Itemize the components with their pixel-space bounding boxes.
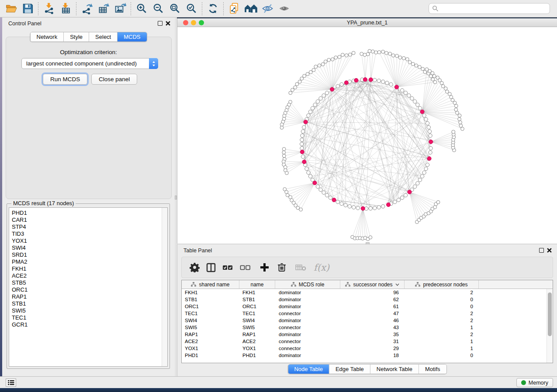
select-all-icon[interactable] <box>222 261 233 274</box>
network-node[interactable] <box>445 90 449 93</box>
mcds-dominator-node[interactable] <box>420 110 424 113</box>
network-node[interactable] <box>461 127 464 131</box>
network-node[interactable] <box>344 203 347 207</box>
network-node[interactable] <box>418 65 422 69</box>
network-node[interactable] <box>400 89 404 92</box>
network-node[interactable] <box>336 200 339 203</box>
network-node[interactable] <box>429 146 432 150</box>
mcds-result-item[interactable]: SWI4 <box>12 244 167 251</box>
mcds-result-item[interactable]: PHD1 <box>12 210 167 217</box>
network-node[interactable] <box>280 126 284 129</box>
table-row[interactable]: SWI4SWI4dominator462 <box>182 317 553 324</box>
delete-row-icon[interactable] <box>277 261 286 274</box>
mcds-result-item[interactable]: YOX1 <box>12 237 167 244</box>
network-node[interactable] <box>314 65 318 69</box>
scrollbar-thumb[interactable] <box>548 292 552 336</box>
network-node[interactable] <box>308 175 312 178</box>
zoom-in-icon[interactable] <box>133 1 150 16</box>
network-node[interactable] <box>400 196 404 199</box>
network-node[interactable] <box>300 142 303 146</box>
network-node[interactable] <box>418 107 422 110</box>
network-node[interactable] <box>433 80 437 84</box>
network-node[interactable] <box>454 108 458 111</box>
mcds-result-item[interactable]: TID3 <box>12 230 167 237</box>
network-node[interactable] <box>404 193 407 197</box>
close-panel-button[interactable]: Close panel <box>91 74 137 85</box>
network-node[interactable] <box>369 236 372 239</box>
column-header-MCDS-role[interactable]: MCDS role <box>275 280 340 289</box>
network-node[interactable] <box>421 67 425 71</box>
network-node[interactable] <box>385 52 388 55</box>
network-node[interactable] <box>441 85 445 88</box>
network-node[interactable] <box>397 198 400 202</box>
export-network-icon[interactable] <box>79 1 95 16</box>
network-graph[interactable] <box>177 27 557 244</box>
network-node[interactable] <box>391 54 395 57</box>
network-node[interactable] <box>426 121 429 125</box>
first-neighbors-icon[interactable] <box>242 1 259 16</box>
network-node[interactable] <box>459 124 463 127</box>
network-node[interactable] <box>429 134 432 137</box>
network-node[interactable] <box>405 58 409 61</box>
network-node[interactable] <box>398 56 402 59</box>
network-node[interactable] <box>366 52 370 56</box>
mcds-result-item[interactable]: TEC1 <box>12 314 167 321</box>
zoom-fit-icon[interactable] <box>166 1 183 16</box>
network-node[interactable] <box>282 148 286 151</box>
network-node[interactable] <box>283 114 286 117</box>
import-network-icon[interactable] <box>41 1 57 16</box>
network-node[interactable] <box>389 83 393 86</box>
zoom-selected-icon[interactable] <box>183 1 200 16</box>
network-node[interactable] <box>360 52 363 56</box>
duplicate-network-icon[interactable] <box>226 1 242 16</box>
mcds-dominator-node[interactable] <box>330 87 334 91</box>
network-node[interactable] <box>377 79 381 83</box>
network-node[interactable] <box>420 175 424 178</box>
table-tab-edge-table[interactable]: Edge Table <box>329 364 370 374</box>
network-node[interactable] <box>381 80 385 83</box>
network-node[interactable] <box>301 155 304 158</box>
column-header-shared-name[interactable]: shared name <box>182 280 239 289</box>
mcds-dominator-node[interactable] <box>302 160 306 164</box>
export-image-icon[interactable] <box>112 1 128 16</box>
list-scrollbar[interactable] <box>162 208 167 366</box>
network-node[interactable] <box>302 126 306 129</box>
tab-mcds[interactable]: MCDS <box>118 32 146 41</box>
show-panels-icon[interactable] <box>6 378 16 387</box>
mcds-dominator-node[interactable] <box>332 198 336 202</box>
memory-button[interactable]: Memory <box>516 378 553 387</box>
network-node[interactable] <box>325 193 329 197</box>
tab-network[interactable]: Network <box>30 32 64 41</box>
zoom-out-icon[interactable] <box>150 1 166 16</box>
refresh-icon[interactable] <box>204 1 221 16</box>
network-node[interactable] <box>455 111 459 114</box>
network-node[interactable] <box>416 182 419 185</box>
network-node[interactable] <box>388 52 392 55</box>
network-node[interactable] <box>322 191 325 194</box>
delete-table-icon[interactable] <box>295 261 306 274</box>
network-node[interactable] <box>300 138 304 141</box>
mcds-result-list[interactable]: PHD1CAR1STP4TID3YOX1SWI4SRD1PMA2FKH1ACE2… <box>9 207 168 367</box>
network-node[interactable] <box>371 50 374 53</box>
table-scrollbar[interactable] <box>547 289 553 363</box>
mcds-result-item[interactable]: ACE2 <box>12 272 167 279</box>
network-node[interactable] <box>373 78 377 82</box>
network-node[interactable] <box>427 126 430 129</box>
search-input[interactable] <box>439 4 550 13</box>
mcds-dominator-node[interactable] <box>344 81 348 85</box>
optimization-criterion-select[interactable]: largest connected component (undirected) <box>21 58 158 69</box>
network-node[interactable] <box>408 61 412 64</box>
network-node[interactable] <box>436 76 439 79</box>
mcds-dominator-node[interactable] <box>304 120 308 124</box>
network-node[interactable] <box>352 206 355 209</box>
network-node[interactable] <box>385 81 389 85</box>
mcds-result-item[interactable]: RAP1 <box>12 293 167 300</box>
network-node[interactable] <box>294 86 297 89</box>
network-node[interactable] <box>436 200 440 204</box>
network-node[interactable] <box>424 117 428 121</box>
settings-gear-icon[interactable] <box>190 261 200 274</box>
table-row[interactable]: STB1STB1dominator620 <box>182 296 553 303</box>
column-header-name[interactable]: name <box>239 280 275 289</box>
network-node[interactable] <box>381 50 385 54</box>
network-node[interactable] <box>327 58 331 62</box>
